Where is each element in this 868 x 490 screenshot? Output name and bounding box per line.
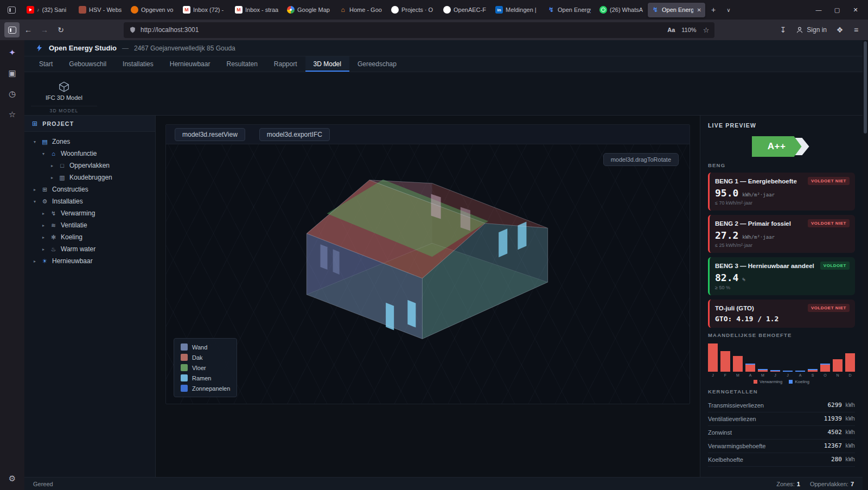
reset-view-button[interactable]: model3d.resetView [175,128,245,141]
new-tab-button[interactable]: + [706,3,720,17]
chevron-down-icon[interactable]: ▾ [41,151,46,156]
tree-item-warm-water[interactable]: ▸♨Warm water [24,243,155,255]
menu-hamburger-icon[interactable]: ≡ [848,22,864,37]
app-status-bar: Gereed Zones:1Oppervlakken:7 [24,477,863,490]
maps-favicon [287,6,295,14]
minimize-button[interactable]: — [809,2,828,17]
browser-tab[interactable]: ♪(32) Sani [23,3,74,17]
chevron-right-icon[interactable]: ▸ [49,175,55,180]
chevron-right-icon[interactable]: ▸ [49,163,55,168]
chevron-down-icon[interactable]: ▾ [32,139,37,144]
translate-icon[interactable]: Aa [667,27,675,33]
firefox-view-icon [8,7,16,14]
tracking-protection-shield-icon[interactable] [129,26,136,34]
nav-tab-resultaten[interactable]: Resultaten [218,56,265,72]
ai-chat-icon[interactable]: ✦ [9,48,16,58]
gmail-favicon [235,6,242,14]
browser-tab[interactable]: Inbox (72) - [179,3,230,17]
heating-bar [745,365,755,372]
browser-sidebar: ✦▣◷☆ ⚙ [0,40,24,490]
tree-item-ventilatie[interactable]: ▸≋Ventilatie [24,219,155,231]
nav-tab-3d-model[interactable]: 3D Model [305,56,349,72]
surface-icon: □ [58,162,66,169]
forward-button[interactable]: → [37,22,52,37]
page-scrollbar[interactable] [863,40,868,490]
tree-item-constructies[interactable]: ▸⊞Constructies [24,183,155,195]
sidebar-toggle-button[interactable] [4,22,20,37]
tree-label: Verwarming [61,209,95,217]
scrollbar-thumb[interactable] [864,41,867,133]
tab-title: Projects · O [401,7,435,13]
browser-tab[interactable]: Meldingen | [492,3,542,17]
nav-tab-installaties[interactable]: Installaties [114,56,162,72]
app-header: Open Energy Studio — 2467 Goejanverwelle… [24,40,863,56]
browser-tab[interactable]: Projects · O [387,3,438,17]
tree-item-zones[interactable]: ▾▤Zones [24,136,155,148]
project-panel: ⊞ PROJECT ▾▤Zones▾⌂Woonfunctie▸□Oppervla… [24,116,156,477]
nav-tab-start[interactable]: Start [31,56,61,72]
chevron-right-icon[interactable]: ▸ [41,235,46,240]
browser-tab[interactable]: OpenAEC-F [439,3,490,17]
reload-button[interactable]: ↻ [53,22,68,37]
tree-item-woonfunctie[interactable]: ▾⌂Woonfunctie [24,148,155,160]
tab-overview-icon[interactable]: ▣ [8,68,16,78]
url-bar[interactable]: http://localhost:3001 Aa 110% ☆ [124,22,714,38]
bookmarks-icon[interactable]: ☆ [9,110,16,119]
settings-gear-icon[interactable]: ⚙ [9,474,16,483]
status-item-value: 7 [851,481,854,487]
tab-audio-icon[interactable]: ♪ [37,7,40,12]
tree-item-hernieuwbaar[interactable]: ▸☀Hernieuwbaar [24,255,155,267]
tree-item-oppervlakken[interactable]: ▸□Oppervlakken [24,160,155,171]
kern-label: Koelbehoefte [708,456,743,463]
browser-tab[interactable]: Open Energy S [544,3,595,17]
extensions-icon[interactable]: ❖ [832,22,847,37]
chevron-right-icon[interactable]: ▸ [41,211,46,216]
house-3d-model [166,144,690,404]
downloads-button[interactable]: ↧ [775,22,790,37]
close-button[interactable]: ✕ [846,2,865,17]
maximize-button[interactable]: ▢ [828,2,846,17]
history-icon[interactable]: ◷ [9,89,16,99]
browser-tab[interactable]: Opgeven vo [127,3,178,17]
tree-label: Hernieuwbaar [52,257,93,265]
tab-title: (32) Sani [42,7,71,13]
tree-item-koeling[interactable]: ▸✻Koeling [24,231,155,243]
zoom-level[interactable]: 110% [681,27,696,33]
kerngetallen-heading: KERNGETALLEN [708,389,855,394]
export-ifc-button[interactable]: model3d.exportIFC [259,128,330,141]
nav-tab-rapport[interactable]: Rapport [266,56,305,72]
chevron-down-icon[interactable]: ▾ [32,199,37,204]
nav-tab-gereedschap[interactable]: Gereedschap [349,56,405,72]
chevron-right-icon[interactable]: ▸ [32,187,37,192]
tab-list-button[interactable]: ∨ [722,3,736,17]
browser-tab[interactable]: HSV - Webs [75,3,126,17]
model3d-canvas[interactable]: model3d.dragToRotate WandDakVloerRamenZo… [166,144,690,404]
chevron-right-icon[interactable]: ▸ [41,247,46,252]
card-title: BENG 2 — Primair fossiel [715,220,791,227]
tree-item-verwarming[interactable]: ▸↯Verwarming [24,207,155,219]
browser-tab[interactable]: Google Map [283,3,334,17]
chevron-right-icon[interactable]: ▸ [41,223,46,228]
bookmark-star-icon[interactable]: ☆ [703,26,710,34]
firefox-view-button[interactable] [3,3,20,17]
ifc-3d-model-button[interactable]: IFC 3D Model [39,79,89,103]
browser-tab[interactable]: Inbox - straa [231,3,282,17]
url-text: http://localhost:3001 [141,26,663,34]
chevron-right-icon[interactable]: ▸ [32,259,37,264]
nav-tab-hernieuwbaar[interactable]: Hernieuwbaar [162,56,219,72]
back-button[interactable]: ← [21,22,36,37]
card-value: 82.4 [715,272,738,283]
browser-tab[interactable]: Home - Goo [335,3,386,17]
account-sign-in-button[interactable]: Sign in [792,22,831,37]
kern-value: 4502 kWh [827,429,855,436]
chart-legend: VerwarmingKoeling [708,379,855,384]
tree-item-installaties[interactable]: ▾⚙Installaties [24,195,155,207]
tab-close-icon[interactable]: ✕ [696,7,701,13]
project-panel-title: PROJECT [42,120,74,127]
nav-tab-gebouwschil[interactable]: Gebouwschil [61,56,114,72]
browser-tab[interactable]: (26) WhatsA [596,3,647,17]
month-label: J [770,373,780,377]
browser-tab-active[interactable]: Open Energy✕ [648,3,705,17]
tree-label: Installaties [52,198,83,205]
tree-item-koudebruggen[interactable]: ▸▥Koudebruggen [24,171,155,183]
